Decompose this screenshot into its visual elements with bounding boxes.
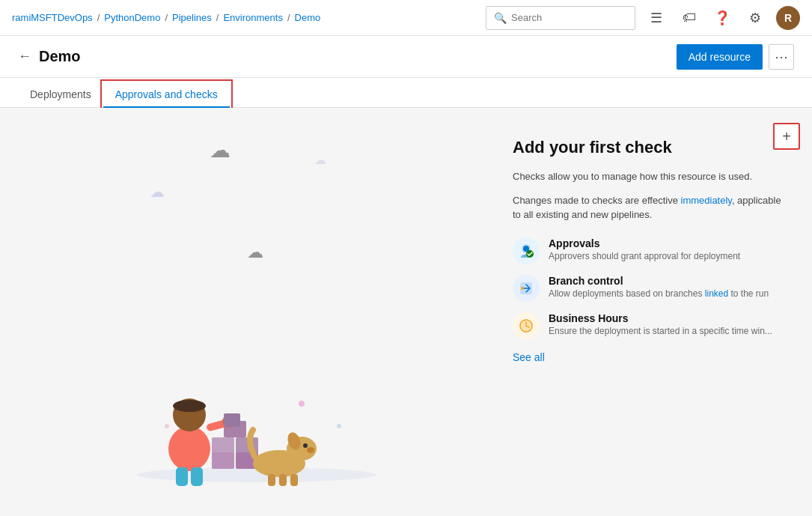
svg-point-8: [173, 400, 206, 412]
check-item-approvals: Approvals Approvers should grant approva…: [513, 237, 790, 264]
breadcrumb-pipelines[interactable]: Pipelines: [172, 12, 212, 23]
check-hours-desc: Ensure the deployment is started in a sp…: [549, 326, 772, 336]
badge-icon-button[interactable]: 🏷: [677, 6, 701, 30]
desc2-highlight: immediately: [681, 195, 732, 206]
main-content: + ☁ ☁ ☁ ☁: [0, 108, 812, 516]
avatar[interactable]: R: [776, 6, 800, 30]
check-branch-text: Branch control Allow deployments based o…: [549, 275, 769, 299]
back-button[interactable]: ←: [18, 49, 31, 64]
settings-icon: ⚙: [749, 10, 761, 26]
tab-approvals[interactable]: Approvals and checks: [103, 82, 230, 108]
empty-state-desc1: Checks allow you to manage how this reso…: [513, 169, 790, 184]
cloud-icon-3: ☁: [247, 243, 263, 262]
check-approvals-text: Approvals Approvers should grant approva…: [549, 237, 740, 261]
tabs-bar: Deployments Approvals and checks: [0, 78, 812, 108]
help-icon: ❓: [714, 10, 730, 26]
info-area: Add your first check Checks allow you to…: [498, 108, 812, 516]
search-input[interactable]: [511, 12, 627, 23]
check-hours-text: Business Hours Ensure the deployment is …: [549, 312, 772, 336]
see-all-link[interactable]: See all: [513, 351, 790, 363]
task-list-icon: ☰: [650, 10, 662, 26]
breadcrumb-project[interactable]: PythonDemo: [104, 12, 160, 23]
svg-rect-12: [176, 467, 188, 486]
check-hours-name: Business Hours: [549, 312, 772, 324]
page-title-area: ← Demo: [18, 48, 81, 65]
linked-link[interactable]: linked: [705, 288, 728, 299]
branch-svg-icon: [518, 280, 534, 297]
check-approvals-name: Approvals: [549, 237, 740, 249]
approvals-svg-icon: [518, 243, 534, 259]
more-options-icon: ⋯: [775, 49, 788, 65]
check-item-hours: Business Hours Ensure the deployment is …: [513, 312, 790, 339]
more-options-button[interactable]: ⋯: [769, 44, 794, 70]
page-header: ← Demo Add resource ⋯: [0, 36, 812, 78]
check-branch-name: Branch control: [549, 275, 769, 287]
search-box[interactable]: 🔍: [486, 6, 635, 30]
check-approvals-desc: Approvers should grant approval for depl…: [549, 251, 740, 261]
task-list-icon-button[interactable]: ☰: [644, 6, 668, 30]
svg-rect-21: [290, 474, 298, 486]
desc2-part1: Changes made to checks are effective: [513, 195, 681, 206]
check-item-branch: Branch control Allow deployments based o…: [513, 275, 790, 302]
add-check-button[interactable]: +: [773, 123, 800, 150]
tab-deployments[interactable]: Deployments: [18, 82, 103, 108]
approvals-icon: [513, 237, 540, 264]
check-branch-desc: Allow deployments based on branches link…: [549, 288, 769, 299]
svg-point-22: [299, 401, 305, 407]
breadcrumb-current[interactable]: Demo: [295, 12, 321, 23]
breadcrumb-environments[interactable]: Environments: [223, 12, 282, 23]
breadcrumb-org[interactable]: ramiMSFTDevOps: [12, 12, 93, 23]
breadcrumb: ramiMSFTDevOps / PythonDemo / Pipelines …: [12, 12, 320, 23]
svg-rect-1: [212, 437, 234, 454]
nav-icons: ☰ 🏷 ❓ ⚙ R: [644, 6, 800, 30]
add-resource-button[interactable]: Add resource: [677, 44, 763, 70]
top-nav: ramiMSFTDevOps / PythonDemo / Pipelines …: [0, 0, 812, 36]
svg-point-24: [165, 424, 169, 428]
svg-point-6: [168, 426, 210, 471]
svg-point-17: [307, 447, 314, 453]
svg-point-18: [303, 443, 308, 448]
svg-rect-11: [224, 413, 240, 427]
checks-list: Approvals Approvers should grant approva…: [513, 237, 790, 339]
help-icon-button[interactable]: ❓: [710, 6, 734, 30]
svg-point-23: [337, 424, 341, 428]
cloud-icon-4: ☁: [314, 153, 326, 167]
cloud-icon-1: ☁: [210, 138, 231, 163]
badge-icon: 🏷: [683, 10, 696, 25]
hours-icon: [513, 312, 540, 339]
page-title: Demo: [39, 48, 81, 65]
svg-rect-13: [191, 467, 203, 486]
hours-svg-icon: [518, 318, 534, 334]
settings-icon-button[interactable]: ⚙: [743, 6, 767, 30]
search-icon: 🔍: [494, 12, 507, 24]
svg-rect-20: [279, 474, 287, 486]
cloud-icon-2: ☁: [150, 183, 165, 201]
page-actions: Add resource ⋯: [677, 44, 794, 70]
empty-state-title: Add your first check: [513, 138, 790, 157]
empty-state-desc2: Changes made to checks are effective imm…: [513, 193, 790, 222]
svg-rect-19: [268, 474, 275, 486]
plus-button-container: +: [773, 123, 800, 150]
branch-icon: [513, 275, 540, 302]
svg-rect-4: [212, 452, 234, 469]
illustration-area: ☁ ☁ ☁ ☁: [0, 108, 498, 516]
svg-point-29: [521, 287, 524, 290]
empty-state-illustration: [107, 291, 391, 486]
